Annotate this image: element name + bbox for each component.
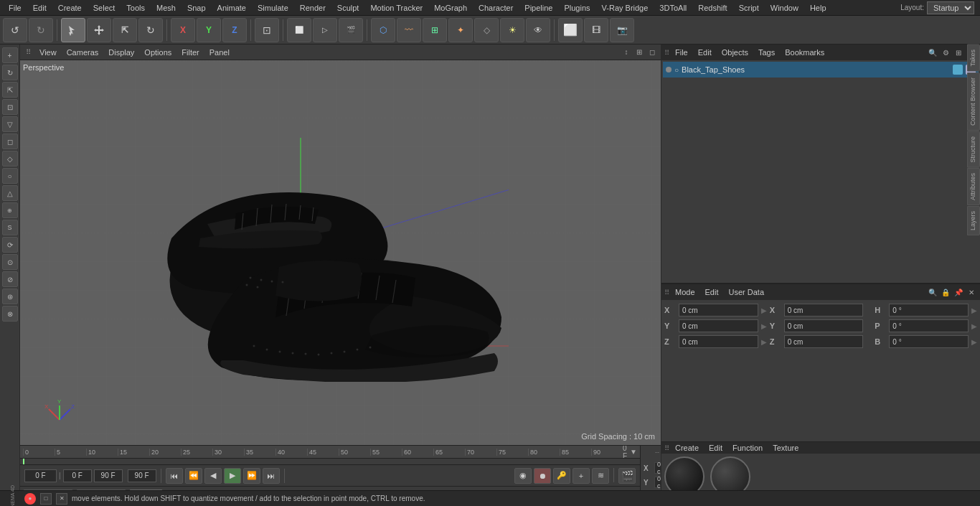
y-axis-button[interactable]: Y <box>197 18 221 42</box>
layout-dropdown[interactable]: Startup <box>927 1 974 14</box>
rotate-tool-button[interactable]: ↻ <box>138 18 163 42</box>
attr-menu-mode[interactable]: Mode <box>671 286 699 298</box>
om-expand-icon[interactable]: ⊞ <box>953 47 964 58</box>
vp-icon-1[interactable]: ↕ <box>621 47 632 58</box>
attr-p-val[interactable]: 0 ° <box>889 319 969 332</box>
menu-script[interactable]: Script <box>733 2 765 14</box>
om-search-icon[interactable]: 🔍 <box>927 47 938 58</box>
coord-y-pos-field[interactable]: 0 cm <box>654 477 661 488</box>
sidebar-btn-16[interactable]: ⊗ <box>2 306 18 322</box>
vp-icon-3[interactable]: ◻ <box>646 47 658 58</box>
timeline-tracks[interactable] <box>20 459 640 464</box>
prev-frame-button[interactable]: ⏪ <box>185 468 202 484</box>
object-mode-button[interactable]: ⊡ <box>255 18 279 42</box>
attr-search-icon[interactable]: 🔍 <box>927 286 938 298</box>
attr-x-pos[interactable]: 0 cm <box>679 304 758 317</box>
om-menu-bookmarks[interactable]: Bookmarks <box>781 47 829 58</box>
play-button[interactable]: ▶ <box>224 468 241 484</box>
current-frame-field[interactable] <box>24 469 57 482</box>
sidebar-btn-6[interactable]: ◻ <box>2 133 18 149</box>
attr-y-pos[interactable]: 0 cm <box>679 319 758 332</box>
sidebar-btn-14[interactable]: ⊘ <box>2 271 18 287</box>
status-icon-red[interactable]: ● <box>24 493 36 505</box>
motion-btn[interactable]: + <box>573 468 590 484</box>
x-axis-button[interactable]: X <box>171 18 195 42</box>
menu-file[interactable]: File <box>3 2 27 14</box>
mat-menu-texture[interactable]: Texture <box>768 442 803 454</box>
menu-animate[interactable]: Animate <box>212 2 252 14</box>
menu-select[interactable]: Select <box>88 2 121 14</box>
display-button[interactable]: 👁 <box>526 18 550 42</box>
tab-content-browser[interactable]: Content Browser <box>967 72 980 131</box>
menu-edit[interactable]: Edit <box>27 2 52 14</box>
vp-menu-cameras[interactable]: Cameras <box>62 47 103 58</box>
scale-tool-button[interactable]: ⇱ <box>113 18 137 42</box>
sidebar-btn-10[interactable]: ⊕ <box>2 202 18 218</box>
menu-vray[interactable]: V-Ray Bridge <box>596 2 654 14</box>
redo-button[interactable]: ↻ <box>29 18 53 42</box>
tab-attributes[interactable]: Attributes <box>967 168 980 205</box>
floor-button[interactable]: ⬜ <box>558 18 583 42</box>
vp-icon-2[interactable]: ⊞ <box>633 47 645 58</box>
attr-b-val[interactable]: 0 ° <box>889 335 969 348</box>
sidebar-btn-13[interactable]: ⊙ <box>2 254 18 270</box>
start-frame-field[interactable] <box>63 469 92 482</box>
keyframe-button[interactable]: ◉ <box>514 468 532 484</box>
sidebar-btn-3[interactable]: ⇱ <box>2 82 18 98</box>
next-frame-button[interactable]: ⏩ <box>243 468 260 484</box>
status-icon-box[interactable]: □ <box>40 493 52 505</box>
menu-help[interactable]: Help <box>804 2 832 14</box>
menu-mograph[interactable]: MoGraph <box>428 2 473 14</box>
attr-lock-icon[interactable]: 🔒 <box>940 286 951 298</box>
menu-simulate[interactable]: Simulate <box>252 2 294 14</box>
light-button[interactable]: ☀ <box>500 18 524 42</box>
menu-snap[interactable]: Snap <box>182 2 212 14</box>
end-frame-field[interactable] <box>94 469 123 482</box>
attr-y-pos2[interactable]: 0 cm <box>784 319 864 332</box>
fcurve-button[interactable]: ≋ <box>592 468 609 484</box>
deformer-button[interactable]: ⊞ <box>423 18 447 42</box>
spline-button[interactable]: 〰 <box>397 18 421 42</box>
mat-menu-edit[interactable]: Edit <box>705 442 727 454</box>
status-icon-close[interactable]: ✕ <box>56 493 67 505</box>
sidebar-btn-11[interactable]: S <box>2 220 18 235</box>
tab-takes[interactable]: Takes <box>967 44 980 72</box>
om-menu-edit[interactable]: Edit <box>694 47 716 58</box>
vp-menu-options[interactable]: Options <box>140 47 176 58</box>
menu-plugins[interactable]: Plugins <box>558 2 595 14</box>
film-button[interactable]: 🎬 <box>618 468 636 484</box>
sidebar-btn-1[interactable]: + <box>2 47 18 63</box>
record-button[interactable]: ⏺ <box>534 468 551 484</box>
camera-button[interactable]: ◇ <box>474 18 499 42</box>
tab-structure[interactable]: Structure <box>967 131 980 168</box>
sidebar-btn-8[interactable]: ○ <box>2 168 18 184</box>
autokey-button[interactable]: 🔑 <box>553 468 570 484</box>
om-menu-objects[interactable]: Objects <box>717 47 753 58</box>
attr-x-pos2[interactable]: 0 cm <box>784 304 864 317</box>
om-vis-checkbox[interactable] <box>953 65 963 75</box>
sidebar-btn-12[interactable]: ⟳ <box>2 237 18 253</box>
om-menu-tags[interactable]: Tags <box>754 47 779 58</box>
camera2-button[interactable]: 📷 <box>610 18 634 42</box>
menu-tools[interactable]: Tools <box>121 2 151 14</box>
attr-z-pos2[interactable]: 0 cm <box>784 335 864 348</box>
tab-layers[interactable]: Layers <box>967 206 980 235</box>
sidebar-btn-4[interactable]: ⊡ <box>2 99 18 115</box>
sidebar-btn-9[interactable]: △ <box>2 185 18 201</box>
menu-render[interactable]: Render <box>294 2 331 14</box>
sidebar-btn-15[interactable]: ⊛ <box>2 289 18 304</box>
menu-mesh[interactable]: Mesh <box>151 2 182 14</box>
attr-h-val[interactable]: 0 ° <box>889 304 969 317</box>
attr-menu-edit[interactable]: Edit <box>701 286 723 298</box>
menu-motion-tracker[interactable]: Motion Tracker <box>364 2 428 14</box>
goto-end-button[interactable]: ⏭ <box>263 468 280 484</box>
om-menu-file[interactable]: File <box>671 47 692 58</box>
vp-menu-panel[interactable]: Panel <box>205 47 234 58</box>
play-back-button[interactable]: ◀ <box>204 468 222 484</box>
menu-3dtoall[interactable]: 3DToAll <box>654 2 692 14</box>
menu-create[interactable]: Create <box>52 2 88 14</box>
cube-button[interactable]: ⬡ <box>371 18 395 42</box>
render-picture-viewer-button[interactable]: 🎬 <box>339 18 363 42</box>
sidebar-btn-2[interactable]: ↻ <box>2 65 18 80</box>
vp-menu-view[interactable]: View <box>35 47 61 58</box>
